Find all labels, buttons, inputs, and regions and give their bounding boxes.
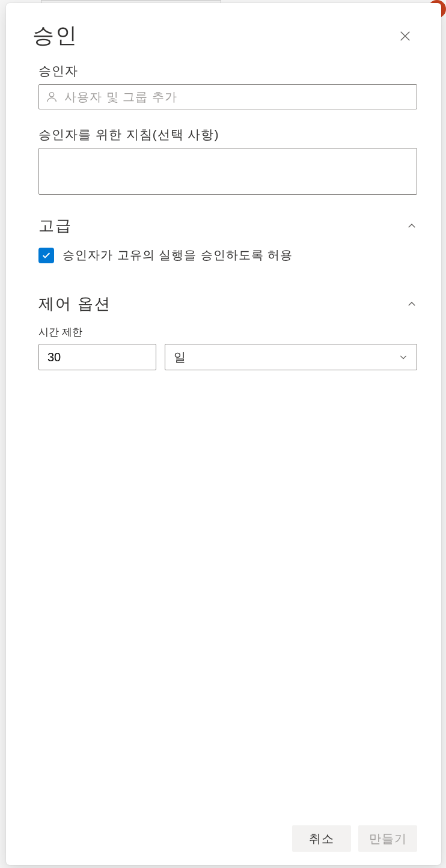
instructions-textarea[interactable] [38, 148, 417, 195]
control-options-section-title: 제어 옵션 [38, 293, 111, 314]
advanced-section-title: 고급 [38, 215, 72, 236]
advanced-section-header[interactable]: 고급 [38, 215, 417, 236]
timeout-unit-text: 일 [174, 349, 186, 365]
self-approve-checkbox[interactable] [38, 248, 54, 263]
cancel-button[interactable]: 취소 [292, 825, 351, 852]
chevron-down-icon [399, 352, 408, 362]
approvers-people-picker[interactable] [38, 84, 417, 109]
chevron-up-icon [406, 299, 417, 310]
self-approve-label[interactable]: 승인자가 고유의 실행을 승인하도록 허용 [63, 247, 293, 263]
panel-title: 승인 [32, 21, 78, 50]
timeout-control-row: 일 [38, 344, 417, 370]
timeout-label: 시간 제한 [38, 325, 417, 339]
close-icon [399, 29, 412, 43]
control-options-section-header[interactable]: 제어 옵션 [38, 293, 417, 314]
panel-footer: 취소 만들기 [6, 819, 441, 865]
approval-panel: 승인 승인자 승인자를 위한 지침(선택 사항) 고급 [6, 3, 441, 865]
approvers-input[interactable] [64, 90, 411, 104]
close-button[interactable] [393, 24, 417, 48]
instructions-label: 승인자를 위한 지침(선택 사항) [38, 126, 417, 143]
person-icon [45, 90, 58, 103]
instructions-field-group: 승인자를 위한 지침(선택 사항) [38, 126, 417, 197]
approvers-field-group: 승인자 [38, 63, 417, 109]
self-approve-checkbox-row: 승인자가 고유의 실행을 승인하도록 허용 [38, 247, 417, 263]
chevron-up-icon [406, 221, 417, 231]
svg-point-2 [49, 93, 53, 97]
checkmark-icon [41, 251, 51, 260]
panel-body: 승인자 승인자를 위한 지침(선택 사항) 고급 [6, 57, 441, 819]
timeout-value-input[interactable] [38, 344, 156, 370]
panel-header: 승인 [6, 3, 441, 57]
timeout-unit-dropdown[interactable]: 일 [165, 344, 417, 370]
create-button[interactable]: 만들기 [358, 825, 417, 852]
approvers-label: 승인자 [38, 63, 417, 79]
